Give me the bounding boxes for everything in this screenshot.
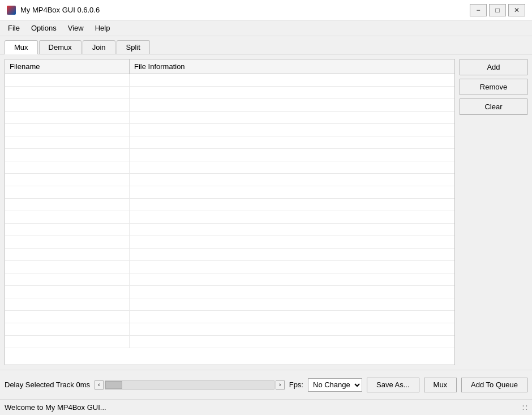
status-bar: Welcome to My MP4Box GUI... ∷ bbox=[0, 399, 532, 415]
filename-cell bbox=[5, 236, 130, 248]
filename-cell bbox=[5, 286, 130, 298]
filename-cell bbox=[5, 323, 130, 335]
tab-mux[interactable]: Mux bbox=[5, 40, 38, 54]
file-list-row[interactable] bbox=[5, 74, 454, 87]
fileinfo-cell bbox=[130, 211, 454, 223]
right-buttons-panel: Add Remove Clear bbox=[460, 59, 527, 365]
scroll-left-arrow[interactable]: ‹ bbox=[95, 380, 104, 390]
fileinfo-cell bbox=[130, 336, 454, 348]
fps-select[interactable]: No Change 24 25 30 50 60 bbox=[308, 378, 362, 392]
file-list-row[interactable] bbox=[5, 224, 454, 236]
fileinfo-cell bbox=[130, 136, 454, 148]
bottom-controls: Delay Selected Track 0ms ‹ › Fps: No Cha… bbox=[0, 370, 532, 399]
filename-cell bbox=[5, 149, 130, 161]
filename-cell bbox=[5, 124, 130, 136]
fileinfo-cell bbox=[130, 124, 454, 136]
scroll-right-arrow[interactable]: › bbox=[276, 380, 285, 390]
clear-button[interactable]: Clear bbox=[460, 99, 527, 115]
filename-cell bbox=[5, 87, 130, 99]
filename-cell bbox=[5, 311, 130, 323]
tab-split[interactable]: Split bbox=[117, 40, 150, 54]
file-list-row[interactable] bbox=[5, 336, 454, 348]
file-list-row[interactable] bbox=[5, 323, 454, 336]
fileinfo-cell bbox=[130, 87, 454, 99]
tab-bar: Mux Demux Join Split bbox=[0, 36, 532, 54]
file-list-row[interactable] bbox=[5, 286, 454, 298]
delay-label: Delay Selected Track 0ms bbox=[5, 380, 90, 389]
file-list-row[interactable] bbox=[5, 298, 454, 311]
file-list-row[interactable] bbox=[5, 112, 454, 124]
tab-demux[interactable]: Demux bbox=[39, 40, 81, 54]
fileinfo-cell bbox=[130, 323, 454, 335]
file-list-row[interactable] bbox=[5, 149, 454, 161]
add-to-queue-button[interactable]: Add To Queue bbox=[461, 378, 527, 392]
filename-cell bbox=[5, 298, 130, 310]
file-list-row[interactable] bbox=[5, 99, 454, 112]
file-list-row[interactable] bbox=[5, 174, 454, 186]
main-content: Filename File Information Add Remove Cle… bbox=[0, 54, 532, 370]
fileinfo-cell bbox=[130, 224, 454, 236]
file-list-row[interactable] bbox=[5, 261, 454, 273]
fileinfo-cell bbox=[130, 74, 454, 86]
filename-cell bbox=[5, 211, 130, 223]
file-list-row[interactable] bbox=[5, 136, 454, 149]
filename-cell bbox=[5, 199, 130, 211]
filename-cell bbox=[5, 249, 130, 260]
file-list-row[interactable] bbox=[5, 211, 454, 224]
file-list-row[interactable] bbox=[5, 236, 454, 249]
file-list-header: Filename File Information bbox=[5, 59, 454, 74]
fileinfo-cell bbox=[130, 174, 454, 186]
remove-button[interactable]: Remove bbox=[460, 79, 527, 95]
fileinfo-cell bbox=[130, 99, 454, 111]
file-list-container: Filename File Information bbox=[5, 59, 455, 365]
save-as-button[interactable]: Save As... bbox=[367, 378, 419, 392]
fileinfo-cell bbox=[130, 286, 454, 298]
scroll-thumb[interactable] bbox=[105, 381, 122, 389]
menu-help[interactable]: Help bbox=[89, 22, 116, 34]
tab-join[interactable]: Join bbox=[83, 40, 115, 54]
file-list-row[interactable] bbox=[5, 87, 454, 99]
file-list-row[interactable] bbox=[5, 273, 454, 286]
file-list-row[interactable] bbox=[5, 186, 454, 199]
fps-label: Fps: bbox=[289, 380, 303, 389]
filename-cell bbox=[5, 224, 130, 236]
fileinfo-cell bbox=[130, 261, 454, 273]
fileinfo-cell bbox=[130, 149, 454, 161]
file-list-row[interactable] bbox=[5, 124, 454, 136]
scrollbar-area: ‹ › bbox=[95, 380, 285, 390]
status-dots: ∷ bbox=[522, 403, 527, 412]
menu-view[interactable]: View bbox=[62, 22, 89, 34]
bottom-row: Delay Selected Track 0ms ‹ › Fps: No Cha… bbox=[5, 378, 527, 392]
minimize-button[interactable]: − bbox=[470, 4, 487, 16]
fileinfo-column-header: File Information bbox=[130, 59, 454, 74]
menu-file[interactable]: File bbox=[2, 22, 25, 34]
fileinfo-cell bbox=[130, 186, 454, 198]
fileinfo-cell bbox=[130, 199, 454, 211]
filename-cell bbox=[5, 161, 130, 173]
maximize-button[interactable]: □ bbox=[489, 4, 506, 16]
file-list-row[interactable] bbox=[5, 199, 454, 211]
filename-cell bbox=[5, 186, 130, 198]
close-button[interactable]: ✕ bbox=[508, 4, 525, 16]
filename-cell bbox=[5, 336, 130, 348]
fileinfo-cell bbox=[130, 311, 454, 323]
filename-cell bbox=[5, 112, 130, 123]
filename-cell bbox=[5, 136, 130, 148]
menu-options[interactable]: Options bbox=[25, 22, 62, 34]
fileinfo-cell bbox=[130, 236, 454, 248]
filename-cell bbox=[5, 174, 130, 186]
add-button[interactable]: Add bbox=[460, 59, 527, 75]
file-list-rows[interactable] bbox=[5, 74, 454, 365]
menu-bar: File Options View Help bbox=[0, 20, 532, 36]
fileinfo-cell bbox=[130, 161, 454, 173]
mux-button[interactable]: Mux bbox=[424, 378, 457, 392]
file-list-row[interactable] bbox=[5, 161, 454, 174]
fileinfo-cell bbox=[130, 249, 454, 260]
file-list-row[interactable] bbox=[5, 311, 454, 323]
file-list-row[interactable] bbox=[5, 249, 454, 261]
window-controls: − □ ✕ bbox=[470, 4, 525, 16]
title-bar: My MP4Box GUI 0.6.0.6 − □ ✕ bbox=[0, 0, 532, 20]
filename-column-header: Filename bbox=[5, 59, 130, 74]
status-message: Welcome to My MP4Box GUI... bbox=[5, 403, 106, 412]
scroll-track[interactable] bbox=[105, 380, 274, 390]
